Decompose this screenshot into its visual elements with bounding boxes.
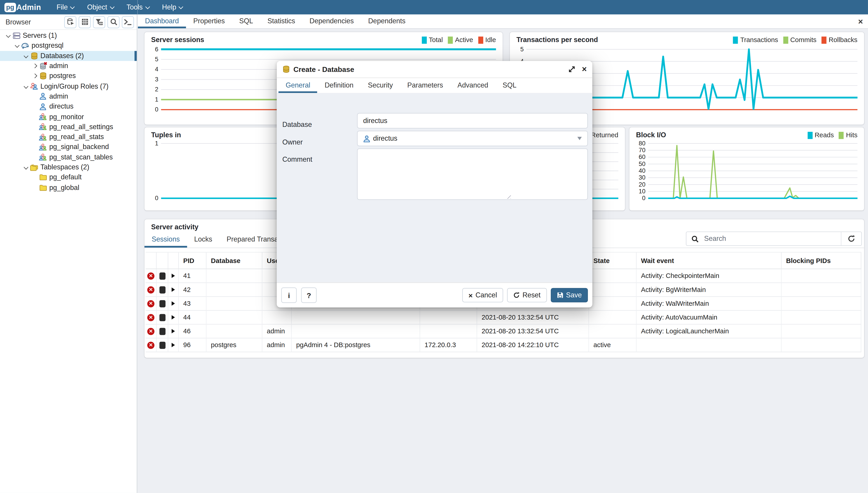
expand-row-button[interactable] [168,283,179,297]
filter-button[interactable] [93,16,105,28]
tree-item-postgresql[interactable]: postgresql [0,41,137,51]
column-header-wait-event[interactable]: Wait event [637,252,782,269]
terminate-session-button[interactable]: ✕ [146,297,157,311]
block-io-chart: 80706050403020100 [631,140,862,206]
expand-row-icon [172,274,175,278]
dialog-header[interactable]: Create - Database × [277,61,592,78]
expand-row-button[interactable] [168,311,179,324]
menu-file[interactable]: File [51,0,79,15]
expand-row-button[interactable] [168,338,179,352]
expand-row-button[interactable] [168,324,179,338]
cancel-query-button[interactable] [157,297,168,311]
maximize-icon[interactable] [569,66,575,72]
browser-title: Browser [5,18,31,26]
activity-tab-locks[interactable]: Locks [187,233,220,248]
collapse-chevron-icon[interactable] [22,54,30,58]
tree-item-databases-2[interactable]: Databases (2) [0,51,137,61]
svg-text:0: 0 [155,106,158,113]
tab-statistics[interactable]: Statistics [260,15,302,28]
close-panel-icon[interactable]: × [858,17,863,25]
grid-button[interactable] [79,16,91,28]
column-header-database[interactable]: Database [206,252,262,269]
terminate-session-button[interactable]: ✕ [146,269,157,283]
user-icon [39,103,47,110]
column-header[interactable] [146,252,157,269]
top-menu-bar: pgAdmin FileObjectToolsHelp [0,0,868,15]
terminate-session-button[interactable]: ✕ [146,311,157,324]
dialog-tab-general[interactable]: General [279,78,317,93]
tab-dashboard[interactable]: Dashboard [138,15,186,28]
query-tool-button[interactable] [64,16,76,28]
refresh-button[interactable] [841,235,861,242]
tree-item-pg-stat-scan-tables[interactable]: pg_stat_scan_tables [0,152,137,162]
terminate-session-button[interactable]: ✕ [146,338,157,352]
tab-properties[interactable]: Properties [186,15,232,28]
cancel-query-button[interactable] [157,311,168,324]
terminal-button[interactable] [122,16,134,28]
owner-select[interactable]: directus [357,131,588,146]
tree-item-postgres[interactable]: postgres [0,71,137,81]
cell-state: active [589,338,637,352]
activity-tab-sessions[interactable]: Sessions [144,233,187,248]
dialog-tab-definition[interactable]: Definition [317,78,360,93]
help-button[interactable]: ? [301,287,317,303]
tree-item-pg-read-all-stats[interactable]: pg_read_all_stats [0,132,137,142]
tab-dependents[interactable]: Dependents [361,15,413,28]
collapse-chevron-icon[interactable] [22,166,30,169]
close-icon[interactable]: × [582,65,586,73]
tree-item-pg-global[interactable]: pg_global [0,183,137,193]
expand-row-button[interactable] [168,297,179,311]
tree-item-pg-monitor[interactable]: pg_monitor [0,111,137,122]
tree-item-login-group-roles-7[interactable]: Login/Group Roles (7) [0,81,137,91]
tree-item-pg-read-all-settings[interactable]: pg_read_all_settings [0,122,137,132]
session-search-box [686,232,862,246]
column-header-blocking-pids[interactable]: Blocking PIDs [782,252,862,269]
dialog-tab-parameters[interactable]: Parameters [400,78,450,93]
cell-database [206,297,262,311]
search-button[interactable] [107,16,119,28]
terminate-session-button[interactable]: ✕ [146,324,157,338]
column-header-state[interactable]: State [589,252,637,269]
chevron-down-icon [70,4,75,9]
collapse-chevron-icon[interactable] [22,85,30,88]
column-header[interactable] [168,252,179,269]
search-input[interactable] [703,234,841,243]
tps-legend: TransactionsCommitsRollbacks [733,36,858,44]
save-button[interactable]: Save [551,288,588,302]
tab-sql[interactable]: SQL [232,15,260,28]
tree-item-admin[interactable]: admin [0,61,137,71]
tree-item-admin[interactable]: admin [0,91,137,102]
tree-item-tablespaces-2[interactable]: Tablespaces (2) [0,162,137,172]
sql-info-button[interactable]: i [281,287,297,303]
column-header-pid[interactable]: PID [179,252,206,269]
cancel-query-button[interactable] [157,269,168,283]
reset-button[interactable]: Reset [507,288,547,302]
comment-textarea[interactable] [357,148,588,200]
expand-chevron-icon[interactable] [31,74,39,78]
dialog-tab-advanced[interactable]: Advanced [450,78,495,93]
tree-item-pg-default[interactable]: pg_default [0,172,137,183]
cancel-query-button[interactable] [157,338,168,352]
dialog-tab-sql[interactable]: SQL [495,78,524,93]
cancel-query-button[interactable] [157,283,168,297]
expand-chevron-icon[interactable] [31,64,39,68]
tree-item-directus[interactable]: directus [0,101,137,111]
roles-icon [30,83,38,90]
terminate-session-button[interactable]: ✕ [146,283,157,297]
dialog-tab-security[interactable]: Security [361,78,400,93]
tree-item-servers-1[interactable]: Servers (1) [0,30,137,41]
browser-sidebar: Browser Servers (1)postgresqlDatabases (… [0,15,137,493]
database-name-input[interactable] [357,113,588,129]
collapse-chevron-icon[interactable] [4,34,12,37]
tab-dependencies[interactable]: Dependencies [303,15,361,28]
expand-row-button[interactable] [168,269,179,283]
tree-item-pg-signal-backend[interactable]: pg_signal_backend [0,142,137,152]
menu-help[interactable]: Help [156,0,188,15]
cancel-button[interactable]: ×Cancel [463,288,503,302]
svg-text:5: 5 [520,46,524,53]
cancel-query-button[interactable] [157,324,168,338]
collapse-chevron-icon[interactable] [13,44,21,47]
column-header[interactable] [157,252,168,269]
tps-title: Transactions per second [516,36,598,44]
menu-object[interactable]: Object [82,0,119,15]
